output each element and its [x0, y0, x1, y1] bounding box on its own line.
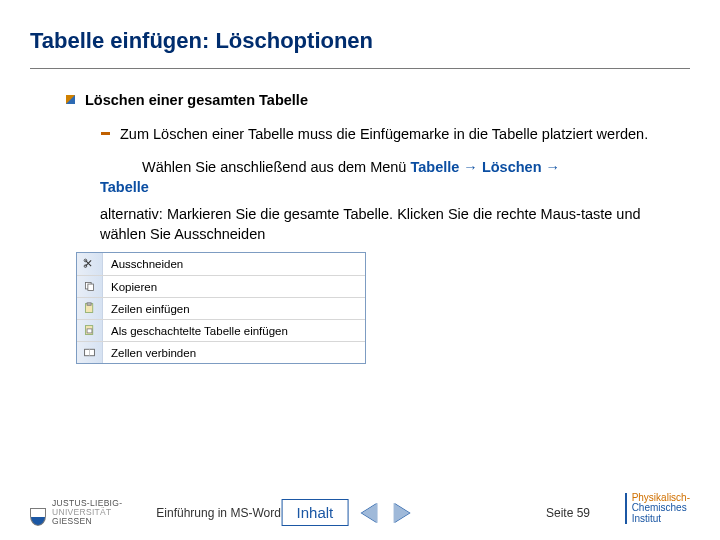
slide-title: Tabelle einfügen: Löschoptionen	[30, 28, 690, 54]
menu-item-zeilen-einfuegen[interactable]: Zeilen einfügen	[77, 297, 365, 319]
menu-item-geschachtelt[interactable]: Als geschachtelte Tabelle einfügen	[77, 319, 365, 341]
next-slide-button[interactable]	[390, 502, 412, 524]
scissors-icon	[83, 258, 96, 271]
sub1-text: Zum Löschen einer Tabelle muss die Einfü…	[120, 125, 648, 145]
toc-button[interactable]: Inhalt	[282, 499, 349, 526]
crest-icon	[30, 508, 46, 526]
bullet-level2: Zum Löschen einer Tabelle muss die Einfü…	[100, 125, 690, 145]
prev-slide-button[interactable]	[358, 502, 380, 524]
heading-text: Löschen einer gesamten Tabelle	[85, 91, 308, 111]
triangle-left-icon	[361, 503, 377, 523]
context-menu: Ausschneiden Kopieren Zeilen einfügen Al…	[76, 252, 366, 364]
institute-logo: Physikalisch- Chemisches Institut	[625, 493, 690, 525]
copy-icon	[83, 280, 96, 293]
triangle-right-icon	[393, 503, 409, 523]
menu-item-label: Ausschneiden	[103, 258, 183, 270]
menu-item-zellen-verbinden[interactable]: Zellen verbinden	[77, 341, 365, 363]
paste-nested-icon	[83, 324, 96, 337]
divider	[30, 68, 690, 69]
menu-item-label: Kopieren	[103, 281, 157, 293]
merge-cells-icon	[83, 346, 96, 359]
menu-item-label: Zeilen einfügen	[103, 303, 190, 315]
page-number: Seite 59	[546, 506, 590, 520]
square-bullet-icon	[66, 95, 75, 104]
svg-rect-5	[87, 303, 91, 305]
svg-rect-7	[87, 329, 92, 333]
alternative-text: alternativ: Markieren Sie die gesamte Ta…	[100, 205, 690, 244]
menu-hint: Wählen Sie anschließend aus dem Menü Tab…	[100, 158, 690, 197]
menu-item-ausschneiden[interactable]: Ausschneiden	[77, 253, 365, 275]
paste-row-icon	[83, 302, 96, 315]
bullet-level1: Löschen einer gesamten Tabelle	[66, 91, 690, 111]
university-logo: JUSTUS-LIEBIG- UNIVERSITÄT GIESSEN	[30, 499, 122, 526]
dash-bullet-icon	[100, 129, 110, 139]
menu-item-label: Als geschachtelte Tabelle einfügen	[103, 325, 288, 337]
menu-item-label: Zellen verbinden	[103, 347, 196, 359]
menu-item-kopieren[interactable]: Kopieren	[77, 275, 365, 297]
slide-footer: JUSTUS-LIEBIG- UNIVERSITÄT GIESSEN Einfü…	[0, 499, 720, 526]
svg-rect-3	[88, 284, 94, 291]
